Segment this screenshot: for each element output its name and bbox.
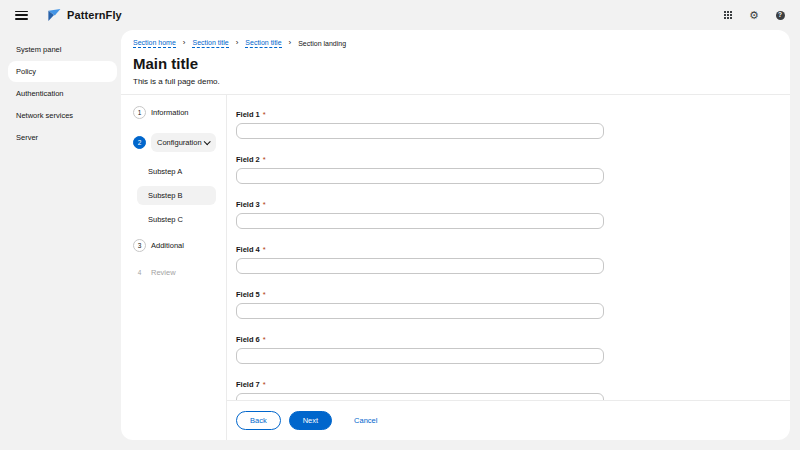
- step-label: Information: [151, 108, 189, 117]
- page-content-card: Section home › Section title › Section t…: [121, 30, 790, 440]
- breadcrumb-link[interactable]: Section home: [133, 39, 176, 48]
- field-7-input[interactable]: [236, 393, 604, 400]
- breadcrumb-current: Section landing: [298, 40, 346, 47]
- required-asterisk: *: [263, 245, 266, 254]
- field-5-input[interactable]: [236, 303, 604, 319]
- chevron-down-icon: [204, 138, 211, 145]
- form-field-group: Field 5*: [236, 283, 774, 319]
- form-field-group: Field 1*: [236, 103, 774, 139]
- step-label: Additional: [151, 241, 184, 250]
- step-number-badge: 1: [133, 106, 146, 119]
- form-field-group: Field 3*: [236, 193, 774, 229]
- step-label: Configuration: [157, 138, 202, 147]
- field-6-label: Field 6: [236, 335, 260, 344]
- required-asterisk: *: [263, 290, 266, 299]
- wizard-substep-a[interactable]: Substep A: [137, 162, 216, 181]
- step-number-badge: 2: [133, 136, 146, 149]
- nav-toggle-hamburger-icon[interactable]: [15, 11, 28, 20]
- step-number-badge: 4: [133, 266, 146, 279]
- required-asterisk: *: [263, 155, 266, 164]
- wizard-step-additional[interactable]: 3 Additional: [121, 235, 216, 256]
- field-1-label: Field 1: [236, 110, 260, 119]
- field-1-input[interactable]: [236, 123, 604, 139]
- breadcrumb-link[interactable]: Section title: [192, 39, 228, 48]
- patternfly-logo-icon: [46, 8, 62, 23]
- field-3-label: Field 3: [236, 200, 260, 209]
- wizard-step-review: 4 Review: [121, 262, 216, 283]
- wizard-substep-b[interactable]: Substep B: [137, 186, 216, 205]
- field-7-label: Field 7: [236, 380, 260, 389]
- form-field-group: Field 6*: [236, 328, 774, 364]
- field-5-label: Field 5: [236, 290, 260, 299]
- masthead: PatternFly ⚙ ?: [0, 0, 800, 30]
- wizard-form: Field 1* Field 2* Field 3* Field 4* Fiel: [227, 95, 790, 400]
- sidebar-item-network-services[interactable]: Network services: [0, 105, 117, 126]
- sidebar-item-policy[interactable]: Policy: [8, 61, 117, 82]
- apps-grid-icon[interactable]: [722, 9, 734, 21]
- wizard-footer: Back Next Cancel: [227, 400, 790, 441]
- sidebar-nav: System panel Policy Authentication Netwo…: [0, 30, 121, 450]
- brand-link[interactable]: PatternFly: [46, 8, 122, 23]
- wizard-step-configuration[interactable]: 2 Configuration: [121, 129, 216, 156]
- brand-name: PatternFly: [67, 9, 122, 21]
- breadcrumb-link[interactable]: Section title: [245, 39, 281, 48]
- required-asterisk: *: [263, 200, 266, 209]
- step-label: Review: [151, 268, 176, 277]
- breadcrumb-separator-icon: ›: [183, 39, 186, 47]
- page-header: Section home › Section title › Section t…: [121, 30, 790, 95]
- field-4-input[interactable]: [236, 258, 604, 274]
- breadcrumb: Section home › Section title › Section t…: [133, 39, 776, 48]
- back-button[interactable]: Back: [236, 411, 281, 431]
- next-button[interactable]: Next: [289, 411, 332, 431]
- wizard-step-information[interactable]: 1 Information: [121, 102, 216, 123]
- wizard-content: Field 1* Field 2* Field 3* Field 4* Fiel: [227, 95, 790, 441]
- form-field-group: Field 7*: [236, 373, 774, 400]
- field-2-label: Field 2: [236, 155, 260, 164]
- field-6-input[interactable]: [236, 348, 604, 364]
- masthead-utilities: ⚙ ?: [722, 9, 786, 21]
- step-number-badge: 3: [133, 239, 146, 252]
- sidebar-item-server[interactable]: Server: [0, 127, 117, 148]
- breadcrumb-separator-icon: ›: [289, 39, 292, 47]
- page-title: Main title: [133, 55, 776, 72]
- wizard-substep-c[interactable]: Substep C: [137, 210, 216, 229]
- help-icon[interactable]: ?: [774, 9, 786, 21]
- required-asterisk: *: [263, 110, 266, 119]
- required-asterisk: *: [263, 380, 266, 389]
- wizard-step-nav: 1 Information 2 Configuration Substep A …: [121, 95, 227, 441]
- page-subtitle: This is a full page demo.: [133, 77, 776, 86]
- settings-gear-icon[interactable]: ⚙: [748, 9, 760, 21]
- field-4-label: Field 4: [236, 245, 260, 254]
- breadcrumb-separator-icon: ›: [236, 39, 239, 47]
- field-3-input[interactable]: [236, 213, 604, 229]
- required-asterisk: *: [263, 335, 266, 344]
- form-field-group: Field 4*: [236, 238, 774, 274]
- wizard-substeps: Substep A Substep B Substep C: [137, 162, 216, 229]
- form-field-group: Field 2*: [236, 148, 774, 184]
- sidebar-item-authentication[interactable]: Authentication: [0, 83, 117, 104]
- field-2-input[interactable]: [236, 168, 604, 184]
- sidebar-item-system-panel[interactable]: System panel: [0, 39, 117, 60]
- cancel-button[interactable]: Cancel: [354, 412, 377, 430]
